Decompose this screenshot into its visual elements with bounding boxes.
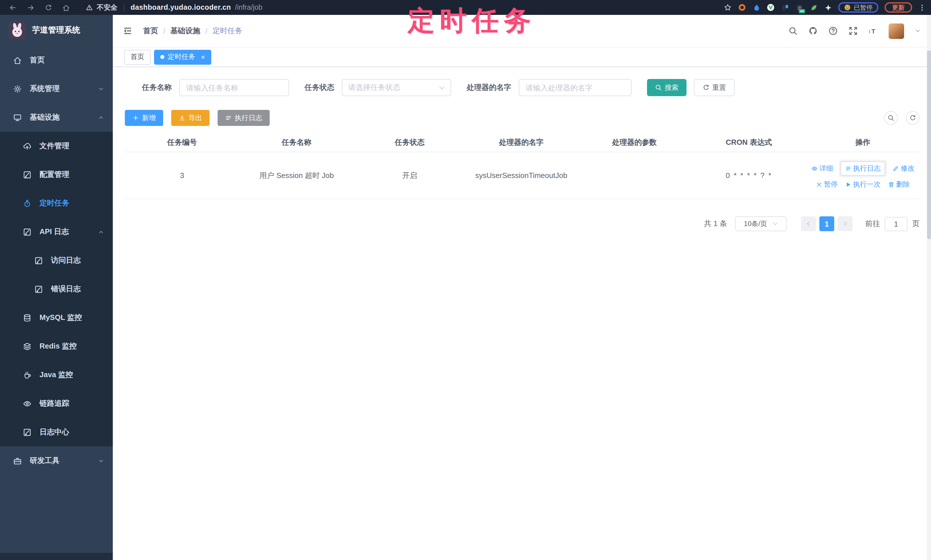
home-icon[interactable] xyxy=(62,4,70,11)
search-icon xyxy=(888,114,894,122)
github-icon[interactable] xyxy=(808,26,818,35)
download-icon xyxy=(179,114,185,122)
collapse-sidebar-icon[interactable] xyxy=(123,26,132,35)
extension-blue2-icon[interactable] xyxy=(781,3,789,11)
job-status-label: 任务状态 xyxy=(305,82,334,93)
sidebar-item-system-management[interactable]: 系统管理 xyxy=(0,74,113,103)
cell-actions: 详细 执行日志 修改 xyxy=(806,162,920,189)
edit-link[interactable]: 修改 xyxy=(892,164,914,174)
run-once-link[interactable]: 执行一次 xyxy=(845,180,881,189)
close-tab-icon[interactable]: × xyxy=(201,54,205,60)
cell-job-id: 3 xyxy=(125,171,239,180)
url-path: /infra/job xyxy=(235,3,262,11)
pause-link[interactable]: 暂停 xyxy=(816,180,838,189)
reload-icon[interactable] xyxy=(45,4,52,11)
sidebar-item-config-management[interactable]: 配置管理 xyxy=(0,160,113,189)
sidebar-item-access-logs[interactable]: 访问日志 xyxy=(0,246,113,275)
row-execution-log-link[interactable]: 执行日志 xyxy=(840,162,885,176)
col-cron: CRON 表达式 xyxy=(692,137,806,148)
log-edit-icon xyxy=(23,428,31,436)
handler-name-input[interactable] xyxy=(519,79,632,96)
filter-form: 任务名称 任务状态 请选择任务状态 处理器的名字 搜索 重置 xyxy=(125,79,920,96)
sidebar-item-java-monitor[interactable]: Java 监控 xyxy=(0,360,113,389)
breadcrumb-home[interactable]: 首页 xyxy=(143,26,158,36)
extension-vue-devtools-icon[interactable] xyxy=(767,3,775,11)
sidebar-item-log-center[interactable]: 日志中心 xyxy=(0,418,113,446)
sidebar-item-trace[interactable]: 链路追踪 xyxy=(0,389,113,418)
prev-page-button[interactable] xyxy=(801,216,816,231)
chevron-down-icon xyxy=(98,86,104,92)
extension-blue-icon[interactable] xyxy=(752,3,760,11)
execution-log-button[interactable]: 执行日志 xyxy=(217,110,270,126)
job-status-select[interactable]: 请选择任务状态 xyxy=(342,79,451,96)
bookmark-star-icon[interactable] xyxy=(724,3,732,11)
refresh-icon xyxy=(909,114,916,122)
goto-page-input[interactable] xyxy=(885,217,908,231)
overlay-annotation-text: 定时任务 xyxy=(408,3,536,39)
sidebar-item-file-management[interactable]: 文件管理 xyxy=(0,132,113,160)
sidebar-item-api-logs[interactable]: API 日志 xyxy=(0,217,113,246)
sidebar-item-dev-tools[interactable]: 研发工具 xyxy=(0,446,113,475)
tab-home[interactable]: 首页 xyxy=(124,49,151,65)
next-page-button[interactable] xyxy=(838,216,852,231)
tab-scheduled-tasks[interactable]: 定时任务 × xyxy=(154,49,211,65)
detail-link[interactable]: 详细 xyxy=(811,164,833,174)
security-label: 不安全 xyxy=(97,3,117,12)
chevron-right-icon xyxy=(842,221,848,227)
extensions-paused-pill[interactable]: 已暂停 xyxy=(838,2,878,12)
page-size-select[interactable]: 10条/页 xyxy=(735,216,787,231)
sidebar-item-redis-monitor[interactable]: Redis 监控 xyxy=(0,332,113,360)
search-icon xyxy=(655,84,662,91)
toolbox-icon xyxy=(13,456,22,465)
browser-update-button[interactable]: 更新 xyxy=(885,2,912,12)
export-button[interactable]: 导出 xyxy=(171,110,210,126)
back-icon[interactable] xyxy=(9,4,17,11)
address-bar[interactable]: 不安全 dashboard.yudao.iocoder.cn/infra/job xyxy=(86,3,262,12)
gear-icon xyxy=(13,85,22,93)
chevron-down-icon[interactable] xyxy=(915,28,921,34)
forward-icon[interactable] xyxy=(27,4,34,11)
svg-text:T: T xyxy=(871,28,876,35)
monkey-emoji-icon xyxy=(844,4,851,11)
document-edit-icon xyxy=(34,256,43,265)
sidebar-item-scheduled-tasks[interactable]: 定时任务 xyxy=(0,189,113,217)
sidebar-item-error-logs[interactable]: 错误日志 xyxy=(0,275,113,303)
sidebar-item-home[interactable]: 首页 xyxy=(0,46,113,74)
browser-menu-dots-icon[interactable] xyxy=(919,4,926,11)
url-host: dashboard.yudao.iocoder.cn xyxy=(131,3,231,11)
col-handler-name: 处理器的名字 xyxy=(466,137,577,148)
extension-sparkle-icon[interactable] xyxy=(824,3,832,11)
sidebar-logo-row[interactable]: 芋道管理系统 xyxy=(0,15,113,46)
scrollbar-thumb[interactable] xyxy=(927,50,931,239)
refresh-table-button[interactable] xyxy=(906,111,920,125)
edit-pencil-icon xyxy=(892,165,899,172)
chevron-down-icon xyxy=(98,458,104,464)
search-button[interactable]: 搜索 xyxy=(647,79,686,96)
reset-button[interactable]: 重置 xyxy=(694,79,735,96)
font-size-icon[interactable]: tT xyxy=(869,26,878,35)
toggle-search-button[interactable] xyxy=(884,111,898,125)
search-icon[interactable] xyxy=(788,26,798,35)
sidebar-item-infrastructure[interactable]: 基础设施 xyxy=(0,103,113,132)
url-divider xyxy=(124,4,124,11)
jobs-table: 任务编号 任务名称 任务状态 处理器的名字 处理器的参数 CRON 表达式 操作… xyxy=(125,133,920,199)
table-row: 3 用户 Session 超时 Job 开启 sysUserSessionTim… xyxy=(125,152,920,199)
timer-icon xyxy=(23,199,31,208)
handler-name-label: 处理器的名字 xyxy=(467,82,511,93)
user-avatar[interactable] xyxy=(889,23,904,38)
page-scrollbar[interactable] xyxy=(927,15,931,560)
sidebar-item-mysql-monitor[interactable]: MySQL 监控 xyxy=(0,303,113,332)
page-1-button[interactable]: 1 xyxy=(819,216,834,231)
add-button[interactable]: 新增 xyxy=(125,110,163,126)
job-name-input[interactable] xyxy=(179,79,289,96)
breadcrumb-infrastructure[interactable]: 基础设施 xyxy=(170,26,200,36)
extension-orange-icon[interactable] xyxy=(738,3,746,11)
help-icon[interactable] xyxy=(829,26,838,35)
cell-job-name: 用户 Session 超时 Job xyxy=(239,170,354,180)
fullscreen-icon[interactable] xyxy=(849,26,858,35)
cloud-upload-icon xyxy=(23,142,31,150)
extension-on-badge-icon[interactable]: on xyxy=(795,3,803,11)
extension-leaf-icon[interactable] xyxy=(809,3,818,11)
delete-link[interactable]: 删除 xyxy=(888,180,910,189)
not-secure-warning-icon xyxy=(86,4,93,11)
